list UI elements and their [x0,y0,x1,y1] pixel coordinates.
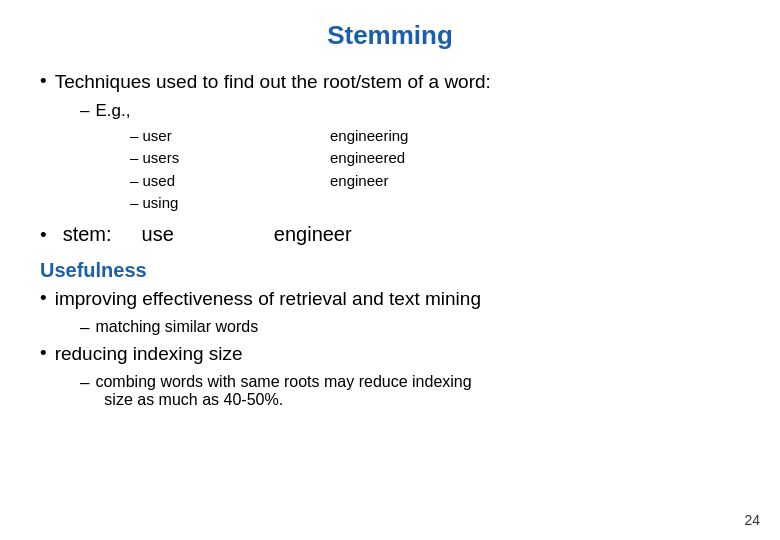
page-title: Stemming [40,20,740,51]
eg-dash: – [80,101,89,121]
eg-section: – E.g., – user – users – used – using en… [80,101,740,215]
examples-table: – user – users – used – using engineerin… [130,125,740,215]
bullet-improving: • improving effectiveness of retrieval a… [40,286,740,312]
eg-text: E.g., [95,101,130,121]
section-stemming: • Techniques used to find out the root/s… [40,69,740,247]
matching-dash: – [80,318,89,338]
stem-line: • stem: use engineer [40,223,740,248]
sub-matching: – matching similar words [80,318,740,338]
stem-bullet: • [40,223,47,248]
example-using: – using [130,192,250,215]
matching-row: – matching similar words [80,318,740,338]
examples-left-col: – user – users – used – using [130,125,250,215]
example-engineered: engineered [330,147,408,170]
stem-result: engineer [274,223,352,246]
combing-row: – combing words with same roots may redu… [80,373,740,409]
bullet-reducing: • reducing indexing size [40,341,740,367]
improving-text: improving effectiveness of retrieval and… [55,286,481,312]
bullet-dot-1: • [40,69,47,94]
bullet-dot-2: • [40,286,47,311]
stem-label: stem: [63,223,112,246]
stem-value: use [142,223,174,246]
bullet-techniques: • Techniques used to find out the root/s… [40,69,740,95]
example-engineering: engineering [330,125,408,148]
example-user: – user [130,125,250,148]
reducing-text: reducing indexing size [55,341,243,367]
combing-text: combing words with same roots may reduce… [95,373,471,409]
examples-right-col: engineering engineered engineer [330,125,408,215]
example-users: – users [130,147,250,170]
sub-combing: – combing words with same roots may redu… [80,373,740,409]
section-usefulness: Usefulness • improving effectiveness of … [40,259,740,408]
matching-text: matching similar words [95,318,258,336]
bullet-dot-3: • [40,341,47,366]
page-number: 24 [744,512,760,528]
eg-label: – E.g., [80,101,740,121]
combing-dash: – [80,373,89,393]
example-engineer-1: engineer [330,170,408,193]
techniques-text: Techniques used to find out the root/ste… [55,69,491,95]
example-used: – used [130,170,250,193]
usefulness-title: Usefulness [40,259,740,282]
